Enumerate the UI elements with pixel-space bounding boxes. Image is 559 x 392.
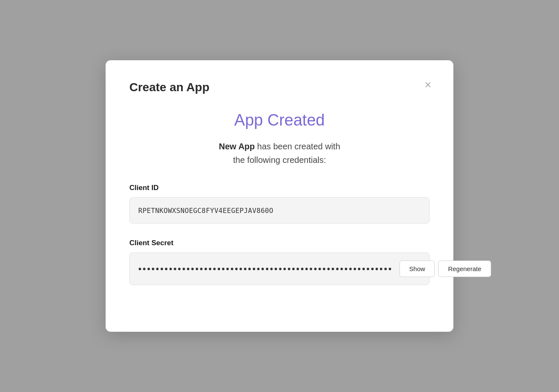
app-created-section: App Created New App has been created wit… xyxy=(129,111,430,167)
client-secret-label: Client Secret xyxy=(129,239,430,247)
client-secret-section: Client Secret ••••••••••••••••••••••••••… xyxy=(129,239,430,285)
app-created-desc-part2: has been created with xyxy=(255,142,340,151)
close-button[interactable]: × xyxy=(423,77,433,92)
client-id-section: Client ID RPETNKOWXSNOEGC8FYV4EEGEPJAV86… xyxy=(129,184,430,224)
client-secret-box: ••••••••••••••••••••••••••••••••••••••••… xyxy=(129,252,430,285)
app-name-bold: New App xyxy=(219,142,255,151)
client-secret-actions: Show Regenerate xyxy=(400,260,491,277)
modal-title: Create an App xyxy=(129,81,430,94)
client-id-label: Client ID xyxy=(129,184,430,192)
regenerate-secret-button[interactable]: Regenerate xyxy=(438,260,491,277)
app-created-desc-part3: the following credentials: xyxy=(233,155,326,165)
client-id-value: RPETNKOWXSNOEGC8FYV4EEGEPJAV860O xyxy=(138,207,421,215)
show-secret-button[interactable]: Show xyxy=(400,260,435,277)
modal-overlay: Create an App × App Created New App has … xyxy=(0,0,559,392)
modal-container: Create an App × App Created New App has … xyxy=(106,60,453,332)
app-created-heading: App Created xyxy=(129,111,430,129)
client-id-box: RPETNKOWXSNOEGC8FYV4EEGEPJAV860O xyxy=(129,197,430,224)
app-created-description: New App has been created with the follow… xyxy=(129,140,430,167)
client-secret-dots: ••••••••••••••••••••••••••••••••••••••••… xyxy=(138,264,393,274)
